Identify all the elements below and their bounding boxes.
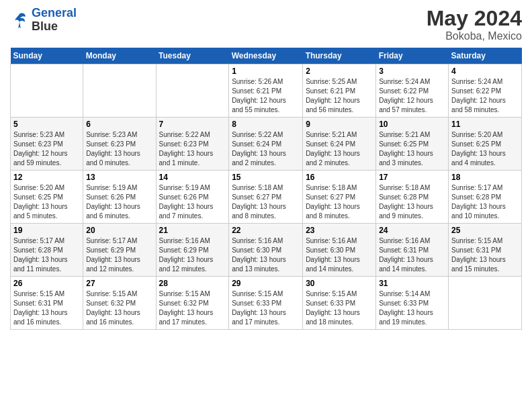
page-container: GeneralBlue May 2024 Bokoba, Mexico Sund… [0,0,532,336]
calendar-cell: 4Sunrise: 5:24 AM Sunset: 6:22 PM Daylig… [449,64,522,118]
day-number: 28 [159,279,226,288]
day-number: 5 [13,120,80,129]
calendar-cell: 28Sunrise: 5:15 AM Sunset: 6:32 PM Dayli… [156,277,229,330]
calendar-cell: 15Sunrise: 5:18 AM Sunset: 6:27 PM Dayli… [229,171,303,224]
col-sunday: Sunday [11,48,83,64]
day-info: Sunrise: 5:16 AM Sunset: 6:29 PM Dayligh… [159,236,226,274]
calendar-cell: 10Sunrise: 5:21 AM Sunset: 6:25 PM Dayli… [376,118,449,171]
week-row: 19Sunrise: 5:17 AM Sunset: 6:28 PM Dayli… [11,224,522,277]
logo-icon [10,11,29,30]
calendar-cell: 25Sunrise: 5:15 AM Sunset: 6:31 PM Dayli… [449,224,522,277]
calendar-cell: 20Sunrise: 5:17 AM Sunset: 6:29 PM Dayli… [83,224,156,277]
col-wednesday: Wednesday [229,48,303,64]
day-info: Sunrise: 5:20 AM Sunset: 6:25 PM Dayligh… [13,183,80,221]
day-info: Sunrise: 5:23 AM Sunset: 6:23 PM Dayligh… [13,130,80,168]
header: GeneralBlue May 2024 Bokoba, Mexico [10,7,522,42]
calendar-cell [156,64,229,118]
calendar-cell [449,277,522,330]
calendar-title: May 2024 [427,7,522,30]
day-info: Sunrise: 5:16 AM Sunset: 6:31 PM Dayligh… [379,236,445,274]
day-info: Sunrise: 5:16 AM Sunset: 6:30 PM Dayligh… [232,236,300,274]
day-number: 15 [232,173,300,182]
day-info: Sunrise: 5:15 AM Sunset: 6:32 PM Dayligh… [159,289,226,327]
day-info: Sunrise: 5:18 AM Sunset: 6:27 PM Dayligh… [232,183,300,221]
calendar-cell: 9Sunrise: 5:21 AM Sunset: 6:24 PM Daylig… [303,118,376,171]
day-info: Sunrise: 5:15 AM Sunset: 6:31 PM Dayligh… [13,289,80,327]
day-number: 13 [86,173,152,182]
day-info: Sunrise: 5:26 AM Sunset: 6:21 PM Dayligh… [232,77,300,115]
day-info: Sunrise: 5:18 AM Sunset: 6:28 PM Dayligh… [379,183,445,221]
calendar-header: Sunday Monday Tuesday Wednesday Thursday… [11,48,522,64]
col-friday: Friday [376,48,449,64]
col-tuesday: Tuesday [156,48,229,64]
day-info: Sunrise: 5:22 AM Sunset: 6:24 PM Dayligh… [232,130,300,168]
calendar-cell: 7Sunrise: 5:22 AM Sunset: 6:23 PM Daylig… [156,118,229,171]
calendar-cell: 23Sunrise: 5:16 AM Sunset: 6:30 PM Dayli… [303,224,376,277]
calendar-cell: 21Sunrise: 5:16 AM Sunset: 6:29 PM Dayli… [156,224,229,277]
calendar-cell: 26Sunrise: 5:15 AM Sunset: 6:31 PM Dayli… [11,277,83,330]
day-info: Sunrise: 5:17 AM Sunset: 6:29 PM Dayligh… [86,236,152,274]
calendar-cell: 27Sunrise: 5:15 AM Sunset: 6:32 PM Dayli… [83,277,156,330]
calendar-cell: 19Sunrise: 5:17 AM Sunset: 6:28 PM Dayli… [11,224,83,277]
day-info: Sunrise: 5:15 AM Sunset: 6:31 PM Dayligh… [451,236,519,274]
day-info: Sunrise: 5:24 AM Sunset: 6:22 PM Dayligh… [379,77,445,115]
day-info: Sunrise: 5:14 AM Sunset: 6:33 PM Dayligh… [379,289,445,327]
day-number: 14 [159,173,226,182]
calendar-cell: 12Sunrise: 5:20 AM Sunset: 6:25 PM Dayli… [11,171,83,224]
day-number: 18 [451,173,519,182]
calendar-cell: 3Sunrise: 5:24 AM Sunset: 6:22 PM Daylig… [376,64,449,118]
day-number: 8 [232,120,300,129]
day-info: Sunrise: 5:23 AM Sunset: 6:23 PM Dayligh… [86,130,152,168]
day-number: 19 [13,226,80,235]
day-number: 21 [159,226,226,235]
day-info: Sunrise: 5:17 AM Sunset: 6:28 PM Dayligh… [13,236,80,274]
calendar-cell: 11Sunrise: 5:20 AM Sunset: 6:25 PM Dayli… [449,118,522,171]
logo: GeneralBlue [10,7,77,34]
day-info: Sunrise: 5:19 AM Sunset: 6:26 PM Dayligh… [159,183,226,221]
calendar-table: Sunday Monday Tuesday Wednesday Thursday… [10,48,522,330]
day-info: Sunrise: 5:20 AM Sunset: 6:25 PM Dayligh… [451,130,519,168]
day-info: Sunrise: 5:15 AM Sunset: 6:33 PM Dayligh… [232,289,300,327]
calendar-subtitle: Bokoba, Mexico [427,30,522,42]
day-number: 26 [13,279,80,288]
day-number: 2 [306,66,373,76]
calendar-cell: 5Sunrise: 5:23 AM Sunset: 6:23 PM Daylig… [11,118,83,171]
day-number: 17 [379,173,445,182]
calendar-cell: 16Sunrise: 5:18 AM Sunset: 6:27 PM Dayli… [303,171,376,224]
calendar-body: 1Sunrise: 5:26 AM Sunset: 6:21 PM Daylig… [11,64,522,330]
day-number: 4 [451,66,519,76]
col-monday: Monday [83,48,156,64]
calendar-cell: 22Sunrise: 5:16 AM Sunset: 6:30 PM Dayli… [229,224,303,277]
calendar-cell: 6Sunrise: 5:23 AM Sunset: 6:23 PM Daylig… [83,118,156,171]
day-number: 6 [86,120,152,129]
day-number: 22 [232,226,300,235]
calendar-cell: 29Sunrise: 5:15 AM Sunset: 6:33 PM Dayli… [229,277,303,330]
col-saturday: Saturday [449,48,522,64]
calendar-cell: 14Sunrise: 5:19 AM Sunset: 6:26 PM Dayli… [156,171,229,224]
day-info: Sunrise: 5:24 AM Sunset: 6:22 PM Dayligh… [451,77,519,115]
day-info: Sunrise: 5:22 AM Sunset: 6:23 PM Dayligh… [159,130,226,168]
day-info: Sunrise: 5:15 AM Sunset: 6:32 PM Dayligh… [86,289,152,327]
day-number: 27 [86,279,152,288]
day-number: 12 [13,173,80,182]
day-number: 29 [232,279,300,288]
day-info: Sunrise: 5:21 AM Sunset: 6:24 PM Dayligh… [306,130,373,168]
day-info: Sunrise: 5:25 AM Sunset: 6:21 PM Dayligh… [306,77,373,115]
calendar-cell: 13Sunrise: 5:19 AM Sunset: 6:26 PM Dayli… [83,171,156,224]
week-row: 12Sunrise: 5:20 AM Sunset: 6:25 PM Dayli… [11,171,522,224]
logo-text: GeneralBlue [32,7,77,34]
day-number: 7 [159,120,226,129]
calendar-cell: 2Sunrise: 5:25 AM Sunset: 6:21 PM Daylig… [303,64,376,118]
day-number: 10 [379,120,445,129]
day-info: Sunrise: 5:18 AM Sunset: 6:27 PM Dayligh… [306,183,373,221]
calendar-cell: 30Sunrise: 5:15 AM Sunset: 6:33 PM Dayli… [303,277,376,330]
day-number: 3 [379,66,445,76]
day-number: 25 [451,226,519,235]
day-number: 11 [451,120,519,129]
calendar-cell: 17Sunrise: 5:18 AM Sunset: 6:28 PM Dayli… [376,171,449,224]
title-block: May 2024 Bokoba, Mexico [427,7,522,42]
calendar-cell: 31Sunrise: 5:14 AM Sunset: 6:33 PM Dayli… [376,277,449,330]
week-row: 5Sunrise: 5:23 AM Sunset: 6:23 PM Daylig… [11,118,522,171]
day-number: 9 [306,120,373,129]
calendar-cell: 18Sunrise: 5:17 AM Sunset: 6:28 PM Dayli… [449,171,522,224]
